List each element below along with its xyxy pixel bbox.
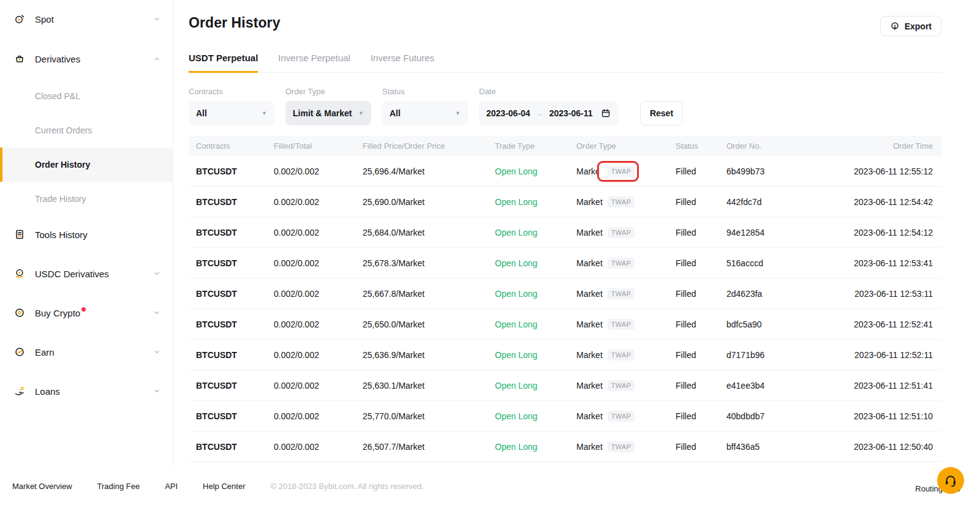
order-type-text: Market (576, 350, 603, 360)
export-button[interactable]: Export (880, 16, 941, 36)
sidebar-item-spot[interactable]: Spot (0, 5, 173, 33)
tab-usdt-perpetual[interactable]: USDT Perpetual (189, 53, 258, 73)
table-row: BTCUSDT 0.002/0.002 25,690.0/Market Open… (189, 187, 941, 217)
col-filled-total: Filled/Total (274, 141, 363, 151)
cell-order-no: bdfc5a90 (726, 319, 847, 329)
order-type-select-value: Limit & Market (293, 108, 352, 118)
sidebar-item-usdc-derivatives[interactable]: USDC Derivatives (0, 260, 173, 288)
col-status: Status (676, 141, 726, 151)
date-range-picker[interactable]: 2023-06-04 → 2023-06-11 (479, 101, 618, 125)
cell-filled-total: 0.002/0.002 (274, 442, 363, 452)
cell-filled-total: 0.002/0.002 (274, 258, 363, 268)
cell-filled-total: 0.002/0.002 (274, 166, 363, 176)
cell-order-type: Market TWAP (576, 319, 676, 330)
footer-link-help-center[interactable]: Help Center (203, 482, 245, 491)
cell-order-no: 40bdbdb7 (726, 411, 847, 421)
cell-order-time: 2023-06-11 12:53:41 (847, 258, 933, 268)
tab-inverse-perpetual[interactable]: Inverse Perpetual (278, 53, 350, 73)
cell-filled-price: 25,667.8/Market (363, 289, 495, 299)
loans-icon (13, 385, 26, 397)
twap-badge: TWAP (608, 441, 635, 452)
cell-order-time: 2023-06-11 12:51:41 (847, 381, 933, 390)
cell-filled-total: 0.002/0.002 (274, 381, 363, 390)
order-type-select[interactable]: Limit & Market ▼ (285, 101, 371, 125)
main-content: Order History Export USDT Perpetual Inve… (173, 0, 980, 508)
sidebar-item-closed-pnl[interactable]: Closed P&L (0, 79, 173, 113)
cell-order-type: Market TWAP (576, 380, 676, 391)
cell-order-time: 2023-06-11 12:52:11 (847, 350, 933, 360)
cell-status: Filled (676, 228, 726, 237)
cell-status: Filled (676, 289, 726, 299)
sidebar-item-derivatives[interactable]: Derivatives (0, 45, 173, 73)
sidebar-item-trade-history[interactable]: Trade History (0, 182, 173, 216)
cell-trade-type: Open Long (495, 411, 576, 421)
cell-order-no: d7171b96 (726, 350, 847, 360)
cell-contracts: BTCUSDT (196, 381, 274, 390)
footer-link-market-overview[interactable]: Market Overview (12, 482, 72, 491)
twap-badge: TWAP (608, 319, 635, 330)
cell-trade-type: Open Long (495, 289, 576, 299)
twap-badge-wrap: TWAP (608, 380, 635, 391)
cell-contracts: BTCUSDT (196, 289, 274, 299)
footer-link-api[interactable]: API (165, 482, 178, 491)
sidebar-item-label: Loans (35, 386, 60, 397)
cell-contracts: BTCUSDT (196, 258, 274, 268)
sidebar-item-loans[interactable]: Loans (0, 377, 173, 405)
table-row: BTCUSDT 0.002/0.002 25,636.9/Market Open… (189, 340, 941, 370)
arrow-right-icon: → (536, 109, 544, 118)
cell-order-type: Market TWAP (576, 196, 676, 207)
cell-filled-total: 0.002/0.002 (274, 228, 363, 237)
table-row: BTCUSDT 0.002/0.002 25,684.0/Market Open… (189, 217, 941, 248)
sidebar-item-label: Derivatives (35, 54, 80, 64)
cell-filled-price: 26,507.7/Market (363, 442, 495, 452)
sidebar-item-label: Closed P&L (35, 91, 80, 101)
twap-badge-wrap: TWAP (608, 166, 635, 177)
sidebar-item-current-orders[interactable]: Current Orders (0, 113, 173, 148)
order-type-text: Market (576, 228, 603, 237)
page-title: Order History (189, 15, 281, 31)
cell-filled-price: 25,696.4/Market (363, 166, 495, 176)
cell-status: Filled (676, 350, 726, 360)
reset-button[interactable]: Reset (640, 101, 683, 125)
tab-inverse-futures[interactable]: Inverse Futures (371, 53, 434, 73)
twap-badge-wrap: TWAP (608, 441, 635, 452)
sidebar-item-buy-crypto[interactable]: Buy Crypto (0, 299, 173, 327)
sidebar: Spot Derivatives Closed P&L Current Orde… (0, 0, 173, 468)
table-row: BTCUSDT 0.002/0.002 26,507.7/Market Open… (189, 431, 941, 462)
cell-contracts: BTCUSDT (196, 350, 274, 360)
status-select[interactable]: All ▼ (382, 101, 468, 125)
buy-crypto-icon (13, 307, 26, 319)
col-order-type: Order Type (576, 141, 676, 151)
footer-link-trading-fee[interactable]: Trading Fee (97, 482, 140, 491)
headset-icon (943, 473, 958, 488)
cell-contracts: BTCUSDT (196, 228, 274, 237)
cell-trade-type: Open Long (495, 166, 576, 176)
export-icon (890, 21, 900, 31)
cell-trade-type: Open Long (495, 197, 576, 207)
order-type-filter-label: Order Type (285, 87, 371, 96)
order-type-text: Market (576, 442, 603, 452)
cell-filled-price: 25,690.0/Market (363, 197, 495, 207)
cell-order-no: 516acccd (726, 258, 847, 268)
contracts-select[interactable]: All ▼ (189, 101, 274, 125)
cell-status: Filled (676, 319, 726, 329)
footer: Market Overview Trading Fee API Help Cen… (0, 482, 980, 491)
order-type-text: Market (576, 258, 603, 268)
earn-icon (13, 346, 26, 358)
cell-filled-price: 25,630.1/Market (363, 381, 495, 390)
cell-order-time: 2023-06-11 12:53:11 (847, 289, 933, 299)
cell-filled-total: 0.002/0.002 (274, 197, 363, 207)
tab-bar: USDT Perpetual Inverse Perpetual Inverse… (189, 53, 941, 73)
twap-badge-wrap: TWAP (608, 288, 635, 299)
sidebar-item-order-history[interactable]: Order History (0, 148, 173, 182)
cell-order-no: e41ee3b4 (726, 381, 847, 390)
chevron-down-icon (153, 309, 160, 316)
sidebar-item-earn[interactable]: Earn (0, 338, 173, 366)
sidebar-item-label: Trade History (35, 194, 86, 204)
order-history-table: Contracts Filled/Total Filled Price/Orde… (189, 136, 941, 462)
cell-filled-total: 0.002/0.002 (274, 319, 363, 329)
support-button[interactable] (937, 467, 964, 494)
cell-trade-type: Open Long (495, 319, 576, 329)
cell-order-type: Market TWAP (576, 166, 676, 177)
sidebar-item-tools-history[interactable]: Tools History (0, 220, 173, 248)
